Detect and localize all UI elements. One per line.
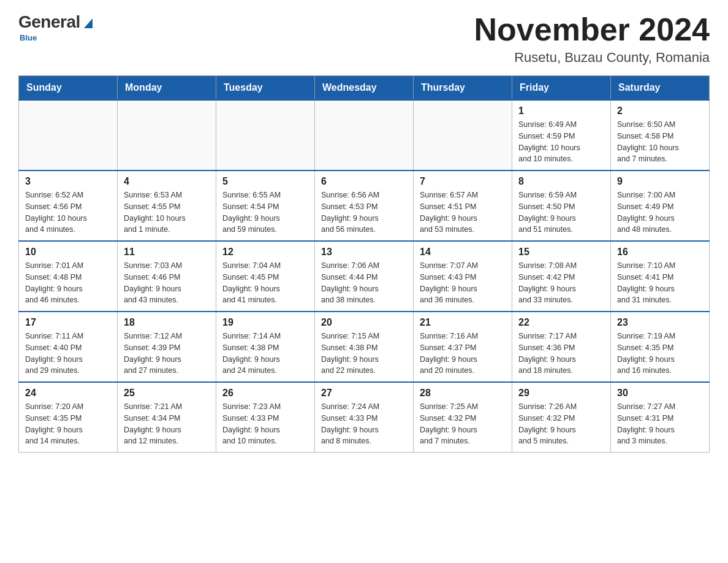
calendar-cell: 13Sunrise: 7:06 AM Sunset: 4:44 PM Dayli… [315,241,414,312]
day-number: 6 [321,176,407,187]
day-info: Sunrise: 6:55 AM Sunset: 4:54 PM Dayligh… [222,190,308,236]
day-info: Sunrise: 7:08 AM Sunset: 4:42 PM Dayligh… [518,260,604,306]
day-info: Sunrise: 7:27 AM Sunset: 4:31 PM Dayligh… [617,401,703,447]
week-row-5: 24Sunrise: 7:20 AM Sunset: 4:35 PM Dayli… [19,382,710,453]
day-info: Sunrise: 7:23 AM Sunset: 4:33 PM Dayligh… [222,401,308,447]
calendar-cell: 1Sunrise: 6:49 AM Sunset: 4:59 PM Daylig… [512,100,611,170]
col-header-saturday: Saturday [611,76,710,101]
day-number: 23 [617,317,703,328]
calendar-cell [315,100,414,170]
day-info: Sunrise: 7:16 AM Sunset: 4:37 PM Dayligh… [420,331,506,377]
day-info: Sunrise: 7:07 AM Sunset: 4:43 PM Dayligh… [420,260,506,306]
day-number: 22 [518,317,604,328]
day-number: 18 [124,317,210,328]
day-number: 17 [25,317,111,328]
day-info: Sunrise: 6:53 AM Sunset: 4:55 PM Dayligh… [124,190,210,236]
day-info: Sunrise: 7:26 AM Sunset: 4:32 PM Dayligh… [518,401,604,447]
col-header-monday: Monday [118,76,216,101]
calendar-cell: 29Sunrise: 7:26 AM Sunset: 4:32 PM Dayli… [512,382,611,453]
col-header-wednesday: Wednesday [315,76,414,101]
day-number: 29 [518,388,604,399]
day-info: Sunrise: 7:24 AM Sunset: 4:33 PM Dayligh… [321,401,407,447]
day-info: Sunrise: 7:15 AM Sunset: 4:38 PM Dayligh… [321,331,407,377]
day-info: Sunrise: 7:17 AM Sunset: 4:36 PM Dayligh… [518,331,604,377]
day-info: Sunrise: 7:14 AM Sunset: 4:38 PM Dayligh… [222,331,308,377]
day-info: Sunrise: 7:00 AM Sunset: 4:49 PM Dayligh… [617,190,703,236]
calendar-header-row: SundayMondayTuesdayWednesdayThursdayFrid… [19,76,710,101]
calendar-cell: 25Sunrise: 7:21 AM Sunset: 4:34 PM Dayli… [118,382,216,453]
day-number: 5 [222,176,308,187]
week-row-2: 3Sunrise: 6:52 AM Sunset: 4:56 PM Daylig… [19,170,710,241]
calendar-cell: 15Sunrise: 7:08 AM Sunset: 4:42 PM Dayli… [512,241,611,312]
calendar-cell: 6Sunrise: 6:56 AM Sunset: 4:53 PM Daylig… [315,170,414,241]
col-header-thursday: Thursday [414,76,512,101]
calendar-cell: 12Sunrise: 7:04 AM Sunset: 4:45 PM Dayli… [216,241,315,312]
week-row-1: 1Sunrise: 6:49 AM Sunset: 4:59 PM Daylig… [19,100,710,170]
day-info: Sunrise: 7:04 AM Sunset: 4:45 PM Dayligh… [222,260,308,306]
logo-triangle-icon [82,16,95,29]
day-number: 8 [518,176,604,187]
calendar-cell: 23Sunrise: 7:19 AM Sunset: 4:35 PM Dayli… [611,312,710,382]
day-info: Sunrise: 7:20 AM Sunset: 4:35 PM Dayligh… [25,401,111,447]
day-number: 7 [420,176,506,187]
calendar-cell: 27Sunrise: 7:24 AM Sunset: 4:33 PM Dayli… [315,382,414,453]
day-number: 19 [222,317,308,328]
day-info: Sunrise: 7:19 AM Sunset: 4:35 PM Dayligh… [617,331,703,377]
calendar-cell: 18Sunrise: 7:12 AM Sunset: 4:39 PM Dayli… [118,312,216,382]
day-info: Sunrise: 7:01 AM Sunset: 4:48 PM Dayligh… [25,260,111,306]
day-number: 15 [518,247,604,258]
day-number: 24 [25,388,111,399]
col-header-sunday: Sunday [19,76,118,101]
calendar-cell: 30Sunrise: 7:27 AM Sunset: 4:31 PM Dayli… [611,382,710,453]
calendar-cell [118,100,216,170]
calendar-cell: 16Sunrise: 7:10 AM Sunset: 4:41 PM Dayli… [611,241,710,312]
calendar-cell: 3Sunrise: 6:52 AM Sunset: 4:56 PM Daylig… [19,170,118,241]
day-number: 21 [420,317,506,328]
day-number: 20 [321,317,407,328]
calendar-table: SundayMondayTuesdayWednesdayThursdayFrid… [18,75,710,453]
calendar-cell: 21Sunrise: 7:16 AM Sunset: 4:37 PM Dayli… [414,312,512,382]
day-info: Sunrise: 6:50 AM Sunset: 4:58 PM Dayligh… [617,119,703,165]
header-area: General Blue November 2024 Rusetu, Buzau… [18,12,710,66]
day-info: Sunrise: 6:57 AM Sunset: 4:51 PM Dayligh… [420,190,506,236]
day-info: Sunrise: 7:12 AM Sunset: 4:39 PM Dayligh… [124,331,210,377]
day-number: 28 [420,388,506,399]
calendar-cell: 14Sunrise: 7:07 AM Sunset: 4:43 PM Dayli… [414,241,512,312]
day-number: 16 [617,247,703,258]
day-number: 1 [518,105,604,117]
day-number: 3 [25,176,111,187]
day-number: 13 [321,247,407,258]
calendar-cell: 22Sunrise: 7:17 AM Sunset: 4:36 PM Dayli… [512,312,611,382]
calendar-cell: 20Sunrise: 7:15 AM Sunset: 4:38 PM Dayli… [315,312,414,382]
calendar-cell: 11Sunrise: 7:03 AM Sunset: 4:46 PM Dayli… [118,241,216,312]
day-info: Sunrise: 7:21 AM Sunset: 4:34 PM Dayligh… [124,401,210,447]
day-number: 27 [321,388,407,399]
week-row-3: 10Sunrise: 7:01 AM Sunset: 4:48 PM Dayli… [19,241,710,312]
calendar-location: Rusetu, Buzau County, Romania [474,50,710,66]
day-info: Sunrise: 6:59 AM Sunset: 4:50 PM Dayligh… [518,190,604,236]
logo-blue-block [80,15,95,29]
title-area: November 2024 Rusetu, Buzau County, Roma… [474,12,710,66]
calendar-cell: 10Sunrise: 7:01 AM Sunset: 4:48 PM Dayli… [19,241,118,312]
svg-marker-0 [84,18,93,28]
calendar-cell: 17Sunrise: 7:11 AM Sunset: 4:40 PM Dayli… [19,312,118,382]
day-number: 9 [617,176,703,187]
day-number: 4 [124,176,210,187]
logo-general-text: General [18,12,80,32]
logo: General Blue [18,12,95,42]
calendar-title: November 2024 [474,12,710,47]
day-number: 10 [25,247,111,258]
calendar-cell [19,100,118,170]
calendar-cell: 4Sunrise: 6:53 AM Sunset: 4:55 PM Daylig… [118,170,216,241]
day-info: Sunrise: 7:06 AM Sunset: 4:44 PM Dayligh… [321,260,407,306]
calendar-cell: 7Sunrise: 6:57 AM Sunset: 4:51 PM Daylig… [414,170,512,241]
calendar-cell: 8Sunrise: 6:59 AM Sunset: 4:50 PM Daylig… [512,170,611,241]
day-number: 25 [124,388,210,399]
col-header-friday: Friday [512,76,611,101]
calendar-cell: 24Sunrise: 7:20 AM Sunset: 4:35 PM Dayli… [19,382,118,453]
day-info: Sunrise: 7:03 AM Sunset: 4:46 PM Dayligh… [124,260,210,306]
day-info: Sunrise: 7:25 AM Sunset: 4:32 PM Dayligh… [420,401,506,447]
day-info: Sunrise: 6:52 AM Sunset: 4:56 PM Dayligh… [25,190,111,236]
day-info: Sunrise: 6:56 AM Sunset: 4:53 PM Dayligh… [321,190,407,236]
day-number: 11 [124,247,210,258]
